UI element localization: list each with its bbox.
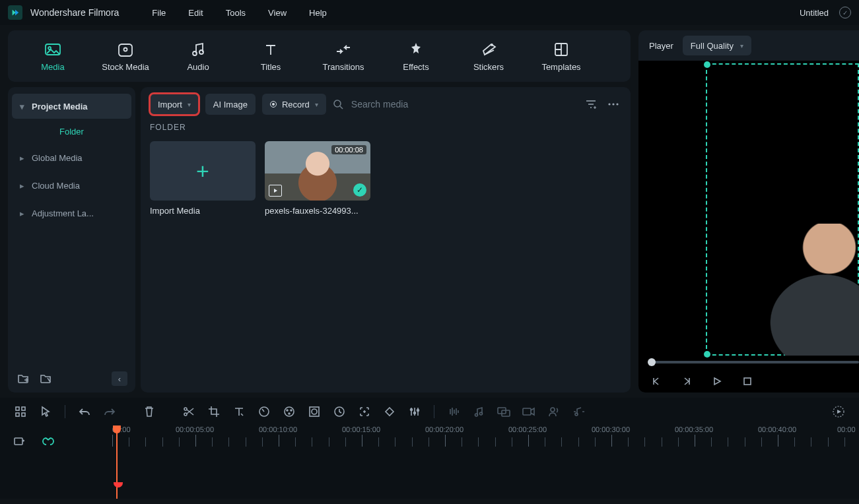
quality-select[interactable]: Full Quality ▾ bbox=[683, 36, 751, 55]
render-icon[interactable] bbox=[829, 402, 848, 422]
templates-icon bbox=[553, 41, 570, 58]
tab-titles[interactable]: Titles bbox=[235, 36, 306, 77]
media-search-input[interactable] bbox=[350, 98, 576, 110]
svg-point-28 bbox=[411, 409, 413, 411]
chroma-icon[interactable] bbox=[329, 402, 349, 422]
layout-icon[interactable] bbox=[11, 402, 30, 422]
color-icon[interactable] bbox=[279, 402, 299, 422]
media-clip-tile[interactable]: 00:00:08 ✓ pexels-fauxels-324993... bbox=[265, 141, 370, 216]
sidebar-item-label: Project Media bbox=[32, 102, 88, 111]
scrub-track[interactable] bbox=[648, 361, 859, 363]
chevron-right-icon: ▸ bbox=[20, 208, 26, 218]
audio-beat-icon[interactable] bbox=[469, 402, 489, 422]
crop-icon[interactable] bbox=[204, 402, 224, 422]
scrub-handle[interactable] bbox=[648, 358, 656, 366]
menu-file[interactable]: File bbox=[143, 5, 175, 20]
ruler-label: 00:00:10:00 bbox=[259, 425, 297, 433]
text-icon[interactable] bbox=[229, 402, 249, 422]
preview-canvas[interactable] bbox=[638, 61, 859, 393]
sidebar-item-adjustment-layer[interactable]: ▸ Adjustment La... bbox=[12, 201, 131, 226]
playback-controls bbox=[638, 374, 859, 389]
ruler-label: 00:00 bbox=[837, 425, 856, 433]
audio-stretch-icon[interactable] bbox=[569, 402, 589, 422]
adjust-icon[interactable] bbox=[405, 402, 425, 422]
timeline-ruler[interactable]: 00:00 00:00:05:00 00:00:10:00 00:00:15:0… bbox=[112, 425, 859, 449]
menu-view[interactable]: View bbox=[259, 5, 296, 20]
tab-titles-label: Titles bbox=[261, 62, 281, 72]
track-focus-icon[interactable] bbox=[355, 402, 374, 422]
menu-tools[interactable]: Tools bbox=[217, 5, 255, 20]
audio-mixer-icon[interactable] bbox=[444, 402, 464, 422]
sidebar-item-project-media[interactable]: ▾ Project Media bbox=[12, 94, 131, 119]
more-icon[interactable] bbox=[605, 96, 621, 112]
svg-rect-13 bbox=[744, 378, 751, 385]
menu-help[interactable]: Help bbox=[300, 5, 336, 20]
tab-templates[interactable]: Templates bbox=[526, 36, 597, 77]
stop-button[interactable] bbox=[740, 374, 755, 389]
import-button[interactable]: Import ▾ bbox=[150, 94, 199, 115]
tab-stock[interactable]: Stock Media bbox=[90, 36, 161, 77]
stock-icon bbox=[117, 41, 134, 58]
record-button[interactable]: Record ▾ bbox=[262, 94, 326, 115]
ruler-label: 00:00:05:00 bbox=[176, 425, 214, 433]
svg-rect-40 bbox=[15, 438, 22, 445]
playhead[interactable] bbox=[116, 425, 118, 499]
app-logo bbox=[8, 5, 22, 20]
svg-point-31 bbox=[475, 414, 478, 416]
subtitle-icon[interactable] bbox=[494, 402, 514, 422]
speed-icon[interactable] bbox=[254, 402, 274, 422]
cloud-sync-icon[interactable]: ✓ bbox=[839, 7, 851, 18]
timeline-tracks[interactable]: 00:00 00:00:05:00 00:00:10:00 00:00:15:0… bbox=[112, 425, 859, 499]
unlink-folder-icon[interactable] bbox=[38, 371, 53, 386]
new-folder-icon[interactable] bbox=[16, 371, 30, 386]
effects-icon bbox=[407, 41, 425, 58]
project-title[interactable]: Untitled bbox=[800, 8, 829, 18]
playhead-handle[interactable] bbox=[113, 425, 121, 433]
prev-frame-button[interactable] bbox=[649, 374, 664, 389]
collapse-sidebar-button[interactable]: ‹ bbox=[112, 371, 127, 386]
tab-audio[interactable]: Audio bbox=[162, 36, 234, 77]
keyframe-icon[interactable] bbox=[380, 402, 399, 422]
undo-icon[interactable] bbox=[75, 402, 94, 422]
import-media-tile[interactable]: + Import Media bbox=[150, 141, 256, 216]
select-tool-icon[interactable] bbox=[36, 402, 55, 422]
filter-icon[interactable] bbox=[583, 96, 599, 112]
imported-check-icon: ✓ bbox=[353, 183, 366, 197]
sidebar-subitem-folder[interactable]: Folder bbox=[12, 121, 131, 142]
ai-image-button[interactable]: AI Image bbox=[205, 94, 256, 115]
voice-icon[interactable] bbox=[544, 402, 564, 422]
audio-icon bbox=[189, 41, 207, 58]
menu-edit[interactable]: Edit bbox=[179, 5, 212, 20]
chevron-right-icon: ▸ bbox=[20, 181, 26, 191]
record-cam-icon[interactable] bbox=[519, 402, 539, 422]
play-button[interactable] bbox=[710, 374, 724, 389]
folder-header: FOLDER bbox=[141, 123, 631, 132]
tab-effects[interactable]: Effects bbox=[380, 36, 452, 77]
redo-icon[interactable] bbox=[100, 402, 120, 422]
split-icon[interactable] bbox=[179, 402, 199, 422]
tab-stickers[interactable]: Stickers bbox=[453, 36, 524, 77]
import-label: Import bbox=[158, 100, 182, 110]
sidebar-item-label: Adjustment La... bbox=[32, 208, 94, 218]
tab-transitions[interactable]: Transitions bbox=[308, 36, 379, 77]
delete-icon[interactable] bbox=[139, 402, 159, 422]
svg-point-37 bbox=[575, 413, 578, 416]
svg-point-18 bbox=[184, 408, 187, 410]
next-frame-button[interactable] bbox=[679, 374, 694, 389]
mask-icon[interactable] bbox=[304, 402, 324, 422]
ruler-label: 00:00:25:00 bbox=[508, 425, 547, 433]
tab-effects-label: Effects bbox=[403, 62, 429, 72]
svg-point-29 bbox=[414, 412, 416, 414]
sidebar-item-cloud-media[interactable]: ▸ Cloud Media bbox=[12, 173, 131, 198]
add-track-icon[interactable] bbox=[9, 432, 29, 452]
timeline-marker[interactable] bbox=[114, 482, 123, 488]
ruler-label: 00:00:15:00 bbox=[342, 425, 380, 433]
tab-media[interactable]: Media bbox=[17, 36, 88, 77]
tab-stickers-label: Stickers bbox=[473, 62, 504, 72]
svg-point-24 bbox=[289, 413, 290, 414]
svg-point-36 bbox=[551, 408, 555, 412]
magnet-icon[interactable] bbox=[38, 432, 58, 452]
transitions-icon bbox=[335, 41, 352, 58]
sidebar-item-global-media[interactable]: ▸ Global Media bbox=[12, 145, 131, 170]
svg-point-9 bbox=[334, 100, 341, 107]
